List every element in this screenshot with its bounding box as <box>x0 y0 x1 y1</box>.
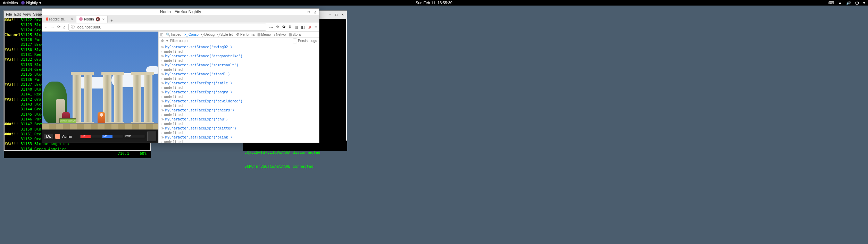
tab-close-button[interactable]: × <box>102 17 105 21</box>
game-hud: LV. Admin HP [7500/15000] MP [7500/15000… <box>42 129 158 143</box>
filter-icon[interactable]: ▾ <box>166 39 168 43</box>
editor-line: 31154 Green Angelica <box>5 147 150 150</box>
devtools-tab-conso[interactable]: >_Conso <box>183 33 199 36</box>
term-line: cKyvi5wfd7v11UVoAAAA disconnected <box>244 150 346 155</box>
tab-label: Memo <box>261 33 271 36</box>
devtools-tab-netwo[interactable]: ↕Netwo <box>273 33 287 36</box>
devtools-tab-debug[interactable]: {}Debug <box>200 33 216 36</box>
tab-label: Stora <box>292 33 301 36</box>
tab-label: reddit: the front page of ... <box>49 17 69 21</box>
console-line: ←undefined <box>159 58 319 63</box>
tab-label: Debug <box>204 33 214 36</box>
tab-icon: ⏱ <box>236 33 240 36</box>
devtools-tab-stora[interactable]: ▤Stora <box>287 33 302 36</box>
keyboard-icon[interactable]: ⌨ <box>828 1 834 5</box>
pillar <box>133 75 141 123</box>
devtools-tab-style ed[interactable]: {}Style Ed <box>216 33 234 36</box>
avatar-icon <box>55 134 60 139</box>
reload-button[interactable]: ⟳ <box>57 25 60 29</box>
firefox-window: Nodin - Firefox Nightly − □ × reddit: th… <box>42 8 319 143</box>
status-cursor: 716,1 <box>118 151 129 158</box>
devtools-tab-performa[interactable]: ⏱Performa <box>235 33 256 36</box>
console-line: ←undefined <box>159 49 319 54</box>
mp-bar: MP [7500/15000] <box>102 135 123 138</box>
pillar <box>114 75 123 123</box>
tab-icon: ↕ <box>274 33 275 36</box>
trash-icon[interactable]: 🗑 <box>161 39 164 43</box>
console-line: ≫MyCharacter.setFaceExpr('blink') <box>159 135 319 140</box>
console-line: ←undefined <box>159 67 319 72</box>
hp-bar: HP [7500/15000] <box>80 135 101 138</box>
maximize-button[interactable]: □ <box>307 10 311 14</box>
console-line: ≫MyCharacter.setFaceExpr('angry') <box>159 90 319 94</box>
library-icon[interactable]: ▥ <box>294 25 298 30</box>
browser-tab[interactable]: reddit: the front page of ...× <box>43 16 76 23</box>
devtools-tab-inspec[interactable]: 🔍Inspec <box>165 33 182 36</box>
back-button[interactable]: ← <box>44 25 48 29</box>
devtools-tab-memo[interactable]: ▤Memo <box>256 33 272 36</box>
filter-input[interactable] <box>170 39 291 43</box>
url-text: localhost:8000 <box>77 25 101 29</box>
bookmark-icon[interactable]: ✿ <box>282 25 285 29</box>
status-zoom: 60% <box>140 151 147 158</box>
volume-icon[interactable]: 🔊 <box>846 1 851 5</box>
console-line: ≫MyCharacter.setStance('dragonstrike') <box>159 54 319 58</box>
devtools-close-button[interactable]: × <box>313 10 317 15</box>
menu-item[interactable]: View <box>23 12 31 16</box>
clock[interactable]: Sun Feb 11, 13:55:39 <box>416 1 452 5</box>
tab-icon: 🔍 <box>166 33 170 36</box>
ublock-icon[interactable]: ⛨ <box>308 25 312 30</box>
maximize-button[interactable]: □ <box>334 12 339 17</box>
power-icon[interactable]: ⏻ <box>855 1 859 5</box>
console-output[interactable]: ≫MyCharacter.setStance('swingO2')←undefi… <box>159 44 319 143</box>
menu-button[interactable]: ≡ <box>315 25 317 30</box>
tab-label: Performa <box>240 33 254 36</box>
devtools-dock-button[interactable]: ◫ <box>160 33 163 36</box>
browser-tab[interactable]: Nodin🔇× <box>76 16 108 23</box>
tab-icon: ▤ <box>257 33 260 36</box>
quickslot[interactable] <box>147 132 156 141</box>
app-menu[interactable]: Nightly ▾ <box>21 1 41 5</box>
activities-button[interactable]: Activities <box>3 1 18 5</box>
billboard-monster-carnival[interactable]: Monster Carnival <box>59 118 76 123</box>
menu-item[interactable]: File <box>6 12 12 16</box>
gnome-topbar: Activities Nightly ▾ Sun Feb 11, 13:55:3… <box>0 0 868 6</box>
tab-label: Conso <box>189 33 199 36</box>
sidebar-icon[interactable]: ◧ <box>301 25 305 30</box>
minimize-button[interactable]: − <box>300 10 304 14</box>
console-line: ←undefined <box>159 121 319 126</box>
level-label: LV. <box>44 134 53 139</box>
editor-statusbar: 716,1 60% <box>4 151 151 158</box>
network-icon[interactable]: ▲ <box>838 1 842 5</box>
devtools-filter-row: 🗑 ▾ Persist Logs × <box>159 38 319 44</box>
close-button[interactable]: × <box>341 12 345 17</box>
tab-icon: ▤ <box>289 33 292 36</box>
download-icon[interactable]: ⬇ <box>288 25 292 30</box>
console-line: ←undefined <box>159 140 319 143</box>
persist-logs-checkbox[interactable]: Persist Logs <box>293 39 317 43</box>
game-viewport[interactable]: Monster Carnival Admin LV. Admin HP [750… <box>42 32 158 143</box>
menu-item[interactable]: Edit <box>14 12 21 16</box>
forward-button[interactable]: → <box>51 25 55 29</box>
minimize-button[interactable]: − <box>328 12 332 17</box>
player-character[interactable]: Admin <box>98 112 105 123</box>
console-line: ≫MyCharacter.setFaceExpr('chu') <box>159 117 319 121</box>
pillar <box>144 75 152 123</box>
tab-close-button[interactable]: × <box>71 17 73 21</box>
tab-label: Style Ed <box>220 33 233 36</box>
exp-text: EXP <box>125 135 131 138</box>
term-line: SkRUjnrDSQjCwAktAAAB connected <box>244 164 346 169</box>
new-tab-button[interactable]: + <box>108 18 115 23</box>
page-actions-icon[interactable]: ••• <box>269 25 273 29</box>
star-button[interactable]: ☆ <box>276 25 279 29</box>
console-line: ←undefined <box>159 94 319 99</box>
tab-icon: >_ <box>184 33 187 36</box>
home-button[interactable]: ⌂ <box>63 25 66 29</box>
favicon-icon <box>46 17 48 21</box>
url-bar[interactable]: ⓘ localhost:8000 <box>68 24 267 31</box>
mute-icon[interactable]: 🔇 <box>95 17 100 22</box>
info-icon[interactable]: ⓘ <box>71 24 75 30</box>
favicon-icon <box>79 17 83 21</box>
tab-icon: {} <box>217 33 220 36</box>
chevron-down-icon[interactable]: ▾ <box>863 1 865 5</box>
